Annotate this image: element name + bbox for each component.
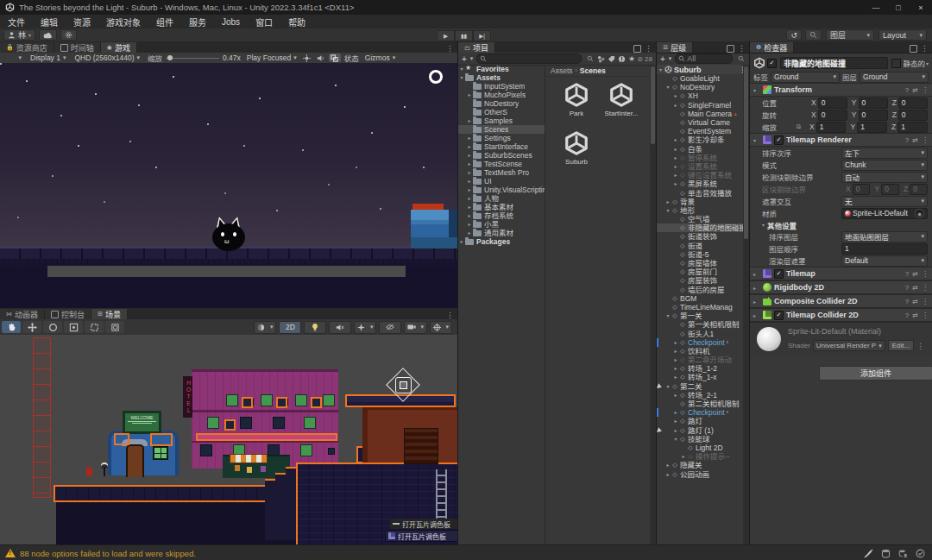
- detect-chunk-dropdown[interactable]: 自动: [841, 172, 928, 183]
- hierarchy-item[interactable]: ◇ EventSystem: [657, 127, 743, 135]
- scale-slider[interactable]: [166, 58, 219, 59]
- project-scrollbar[interactable]: [650, 65, 656, 544]
- hierarchy-item[interactable]: ◇ GoableLight: [657, 74, 743, 83]
- resolution-dropdown[interactable]: QHD (2560x1440): [72, 53, 142, 62]
- static-dropdown-caret[interactable]: ▾: [926, 60, 929, 66]
- hierarchy-item[interactable]: ◇ 房屋墙体: [657, 259, 743, 267]
- active-checkbox[interactable]: ✓: [767, 59, 777, 68]
- effects-dropdown[interactable]: [354, 321, 376, 334]
- menu-item[interactable]: Jobs: [214, 15, 248, 28]
- menu-item[interactable]: 资源: [66, 15, 98, 28]
- layout-dropdown[interactable]: Layout: [878, 29, 927, 41]
- hierarchy-item[interactable]: ▸ ◇ SingleFramel: [657, 101, 743, 110]
- hierarchy-item[interactable]: ▸ ◇ 键位设置系统: [657, 171, 743, 179]
- hierarchy-item[interactable]: ◇ 第二关相机限制: [657, 400, 743, 408]
- component-menu-icon[interactable]: ⋮: [922, 311, 929, 319]
- component-menu-icon[interactable]: ⋮: [922, 86, 929, 94]
- hierarchy-item[interactable]: ▸ ◇ 路灯 (1): [657, 426, 743, 435]
- transform-tool[interactable]: [105, 321, 124, 333]
- hierarchy-item[interactable]: ◇ 非隐藏的地图碰撞: [657, 223, 743, 232]
- tab-inspector[interactable]: ❶ 检查器: [750, 42, 794, 53]
- gizmos-menu[interactable]: [430, 321, 452, 334]
- hierarchy-item[interactable]: ◇ 房屋前门: [657, 267, 743, 276]
- hierarchy-item[interactable]: ◇ TimeLineManag: [657, 303, 743, 311]
- scale-x-field[interactable]: 1: [816, 122, 847, 133]
- folder-row[interactable]: ▸ 小黑: [458, 220, 545, 229]
- minimize-button[interactable]: —: [865, 0, 887, 15]
- display-dropdown[interactable]: Display 1: [28, 53, 68, 62]
- prefab-open-chevron[interactable]: ›: [727, 408, 729, 417]
- hierarchy-item[interactable]: ▸ ◇ 背景: [657, 198, 743, 206]
- hierarchy-item[interactable]: ▸ ◇ 第二章开场动: [657, 356, 743, 364]
- create-object-button[interactable]: +: [660, 54, 671, 64]
- rotate-tool[interactable]: [43, 321, 62, 333]
- hierarchy-item[interactable]: ◇ 空气墙: [657, 215, 743, 223]
- folder-row[interactable]: ▸ Samples: [458, 116, 545, 125]
- hierarchy-item[interactable]: ◇ 墙后的房屋: [657, 286, 743, 294]
- component-menu-icon[interactable]: ⋮: [922, 136, 929, 144]
- hierarchy-item[interactable]: ▾ ◇ 地形: [657, 206, 743, 215]
- hierarchy-item[interactable]: ▸ ◇ 公园动画: [657, 469, 743, 478]
- hierarchy-item[interactable]: ◇ Light 2D: [657, 444, 743, 452]
- add-component-button[interactable]: 添加组件: [819, 366, 932, 381]
- scene-asset[interactable]: Suburb: [554, 130, 599, 179]
- camera-menu[interactable]: [404, 321, 427, 334]
- component-header[interactable]: ▸ ✓ Tilemap ?⇄⋮: [750, 267, 932, 280]
- static-checkbox[interactable]: [891, 59, 901, 68]
- hierarchy-scrollbar[interactable]: [743, 65, 749, 544]
- tab-project[interactable]: 🗀 项目: [458, 42, 495, 53]
- help-icon[interactable]: ?: [905, 136, 909, 144]
- hierarchy-item[interactable]: ▸ ◇ 饮料机: [657, 347, 743, 356]
- tab-console[interactable]: 控制台: [45, 309, 91, 319]
- help-icon[interactable]: ?: [905, 270, 909, 278]
- hierarchy-item[interactable]: ◇ BGM: [657, 294, 743, 303]
- hierarchy-item[interactable]: ▾ ◇ 技能球: [657, 435, 743, 444]
- panel-menu-icon[interactable]: ⋮: [921, 44, 929, 53]
- layers-dropdown[interactable]: 图层: [826, 29, 874, 41]
- folder-row[interactable]: ▾ Favorites: [458, 65, 545, 73]
- position-y-field[interactable]: 0: [859, 98, 888, 109]
- move-tool[interactable]: [22, 321, 41, 333]
- vsync-toggle-icon[interactable]: [329, 53, 341, 62]
- component-menu-icon[interactable]: ⋮: [922, 284, 929, 292]
- step-button[interactable]: ▶|: [473, 30, 491, 41]
- scene-visibility-toggle[interactable]: [379, 321, 401, 334]
- folder-row[interactable]: ▸ SuburbScenes: [458, 151, 545, 160]
- folder-row[interactable]: ▸ MuchoPixels: [458, 91, 545, 99]
- folder-row[interactable]: ▸ UI: [458, 177, 545, 186]
- folder-row[interactable]: ▸ Packages: [458, 237, 545, 246]
- folder-row[interactable]: ▾ Assets: [458, 73, 545, 82]
- hierarchy-item[interactable]: ▸ ◇ 隐藏关: [657, 461, 743, 469]
- hierarchy-item[interactable]: ◇ 街道-5: [657, 250, 743, 259]
- open-tile-palette-button[interactable]: 打开瓦片调色板: [385, 530, 457, 542]
- mute-audio-icon[interactable]: [315, 53, 327, 62]
- gizmos-dropdown[interactable]: Gizmos: [362, 53, 398, 62]
- hierarchy-search-input[interactable]: All: [675, 53, 733, 64]
- folder-row[interactable]: OtherS: [458, 108, 545, 116]
- tab-hierarchy[interactable]: ☰ 层级: [657, 42, 693, 53]
- material-menu-icon[interactable]: ⋮: [916, 342, 924, 350]
- rendering-layer-dropdown[interactable]: Default: [841, 255, 928, 267]
- component-menu-icon[interactable]: ⋮: [922, 270, 929, 278]
- preset-icon[interactable]: ⇄: [912, 270, 918, 278]
- component-header[interactable]: ▸ Rigidbody 2D ?⇄⋮: [750, 280, 932, 294]
- search-by-import-icon[interactable]: [616, 55, 627, 63]
- hierarchy-item[interactable]: ▸ ◇ 操作提示--: [657, 452, 743, 461]
- hierarchy-item[interactable]: ▾ ◇ 第一关: [657, 311, 743, 320]
- material-object-field[interactable]: Sprite-Lit-Default ◉: [841, 208, 928, 219]
- component-enabled-checkbox[interactable]: ✓: [774, 135, 784, 145]
- panel-menu-icon[interactable]: ⋮: [645, 44, 652, 53]
- hierarchy-item[interactable]: ◇ 第一关相机限制: [657, 320, 743, 329]
- folder-row[interactable]: InputSystem: [458, 82, 545, 91]
- rotation-x-field[interactable]: 0: [818, 110, 847, 121]
- component-header[interactable]: ▸ ✓ Tilemap Collider 2D ?⇄⋮: [750, 308, 932, 322]
- picking-disabled-icon[interactable]: [657, 383, 663, 389]
- mode-dropdown[interactable]: Chunk: [841, 160, 928, 171]
- search-window-icon[interactable]: [736, 55, 746, 62]
- search-in-assets-icon[interactable]: [585, 55, 595, 62]
- breadcrumb-current[interactable]: Scenes: [580, 66, 606, 75]
- hierarchy-item[interactable]: ◇ Main Camera ▲: [657, 110, 743, 118]
- shading-mode-dropdown[interactable]: [254, 321, 276, 334]
- scale-z-field[interactable]: 1: [897, 122, 928, 133]
- sorting-layer-dropdown[interactable]: 地面贴图图层: [841, 231, 928, 242]
